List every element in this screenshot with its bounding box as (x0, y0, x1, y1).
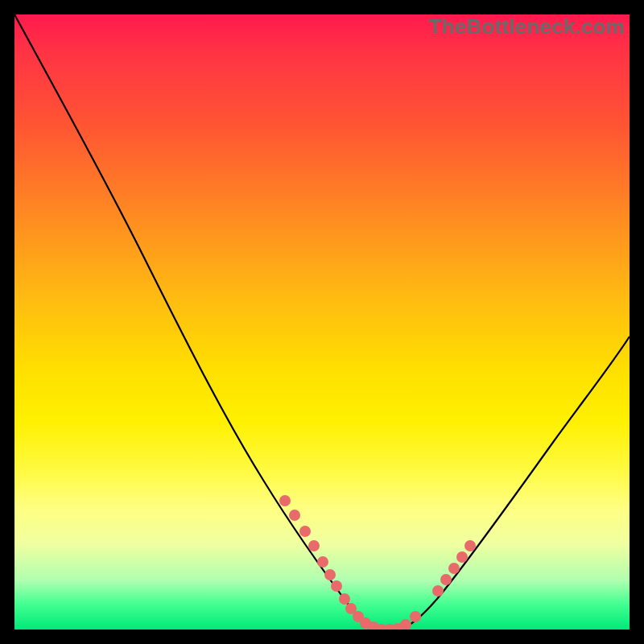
highlight-dots (279, 495, 476, 630)
curve-svg (14, 14, 630, 630)
bottleneck-curve (14, 14, 630, 630)
svg-point-5 (324, 569, 336, 580)
watermark-text: TheBottleneck.com (429, 14, 625, 39)
svg-point-17 (432, 585, 444, 597)
svg-point-21 (464, 540, 476, 551)
svg-point-7 (339, 593, 350, 605)
svg-point-6 (331, 580, 342, 592)
svg-point-0 (279, 495, 291, 506)
svg-point-19 (448, 563, 460, 574)
svg-point-4 (317, 556, 328, 568)
svg-point-20 (456, 551, 468, 563)
chart-frame: TheBottleneck.com (0, 0, 644, 644)
svg-point-1 (289, 510, 300, 521)
svg-point-15 (400, 619, 411, 630)
svg-point-18 (440, 574, 452, 585)
plot-area: TheBottleneck.com (14, 14, 630, 630)
svg-point-3 (308, 540, 320, 551)
svg-point-2 (299, 526, 311, 537)
svg-point-16 (410, 611, 421, 622)
